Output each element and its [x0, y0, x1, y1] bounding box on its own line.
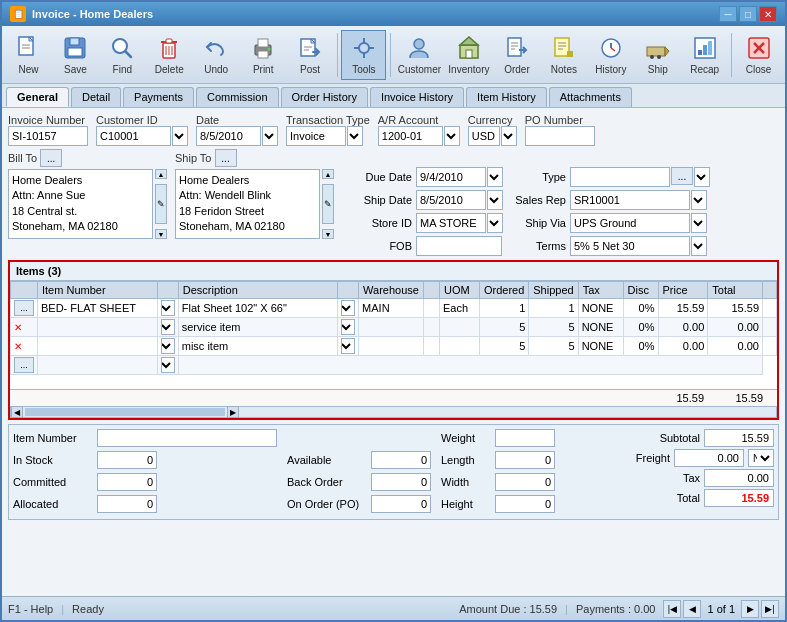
type-input[interactable]	[570, 167, 670, 187]
row1-dots[interactable]: ...	[14, 300, 34, 316]
delete-button[interactable]: Delete	[147, 30, 192, 80]
row3-desc-dd[interactable]: ▼	[341, 338, 355, 354]
invoice-number-input[interactable]	[8, 126, 88, 146]
date-input[interactable]	[196, 126, 261, 146]
customer-button[interactable]: Customer	[395, 30, 443, 80]
close-toolbar-button[interactable]: Close	[736, 30, 781, 80]
bill-to-scroll-down[interactable]: ▼	[155, 229, 167, 239]
nav-last[interactable]: ▶|	[761, 600, 779, 618]
customer-id-select[interactable]: ▼	[172, 126, 188, 146]
transaction-type-select[interactable]: ▼	[347, 126, 363, 146]
recap-button[interactable]: Recap	[682, 30, 727, 80]
allocated-input[interactable]	[97, 495, 157, 513]
tab-detail[interactable]: Detail	[71, 87, 121, 107]
due-date-select[interactable]: ▼	[487, 167, 503, 187]
row1-item-dd[interactable]: ▼	[161, 300, 175, 316]
transaction-type-input[interactable]	[286, 126, 346, 146]
row2-desc-dd[interactable]: ▼	[341, 319, 355, 335]
currency-input[interactable]	[468, 126, 500, 146]
tools-button[interactable]: Tools	[341, 30, 386, 80]
inventory-button[interactable]: Inventory	[445, 30, 492, 80]
width-input[interactable]	[495, 473, 555, 491]
store-id-select[interactable]: ▼	[487, 213, 503, 233]
ship-via-input[interactable]	[570, 213, 690, 233]
type-btn[interactable]: ...	[671, 167, 693, 185]
ar-account-select[interactable]: ▼	[444, 126, 460, 146]
sales-rep-input[interactable]	[570, 190, 690, 210]
tab-general[interactable]: General	[6, 87, 69, 107]
height-input[interactable]	[495, 495, 555, 513]
tab-commission[interactable]: Commission	[196, 87, 279, 107]
save-button[interactable]: Save	[53, 30, 98, 80]
type-select[interactable]: ▼	[694, 167, 710, 187]
bill-to-scroll-up[interactable]: ▲	[155, 169, 167, 179]
subtotal-label: Subtotal	[640, 432, 700, 444]
customer-id-input[interactable]	[96, 126, 171, 146]
freight-value[interactable]	[674, 449, 744, 467]
sales-rep-select[interactable]: ▼	[691, 190, 707, 210]
tab-payments[interactable]: Payments	[123, 87, 194, 107]
print-button[interactable]: Print	[241, 30, 286, 80]
row3-x[interactable]: ✕	[14, 341, 22, 352]
terms-input[interactable]	[570, 236, 690, 256]
bottom-item-number[interactable]	[97, 429, 277, 447]
ship-date-input[interactable]	[416, 190, 486, 210]
ship-to-btn[interactable]: ...	[215, 149, 237, 167]
row2-x[interactable]: ✕	[14, 322, 22, 333]
scroll-left-btn[interactable]: ◀	[11, 406, 23, 418]
undo-button[interactable]: Undo	[194, 30, 239, 80]
minimize-button[interactable]: ─	[719, 6, 737, 22]
new-row-dd[interactable]: ▼	[161, 357, 175, 373]
post-button[interactable]: Post	[288, 30, 333, 80]
new-row-btn[interactable]: ...	[14, 357, 34, 373]
bill-to-edit[interactable]: ✎	[155, 184, 167, 224]
due-date-input[interactable]	[416, 167, 486, 187]
committed-input[interactable]	[97, 473, 157, 491]
freight-code-select[interactable]: N	[748, 449, 774, 467]
row1-desc-dd[interactable]: ▼	[341, 300, 355, 316]
ship-to-scroll-up[interactable]: ▲	[322, 169, 334, 179]
po-number-input[interactable]	[525, 126, 595, 146]
items-totals: 15.59 15.59	[10, 389, 777, 406]
ship-to-edit[interactable]: ✎	[322, 184, 334, 224]
nav-next[interactable]: ▶	[741, 600, 759, 618]
tab-attachments[interactable]: Attachments	[549, 87, 632, 107]
close-button[interactable]: ✕	[759, 6, 777, 22]
scroll-thumb[interactable]	[25, 408, 225, 416]
on-order-input[interactable]	[371, 495, 431, 513]
available-input[interactable]	[371, 451, 431, 469]
back-order-input[interactable]	[371, 473, 431, 491]
history-button[interactable]: History	[588, 30, 633, 80]
date-select[interactable]: ▼	[262, 126, 278, 146]
fob-input[interactable]	[416, 236, 502, 256]
ship-button[interactable]: Ship	[635, 30, 680, 80]
currency-select[interactable]: ▼	[501, 126, 517, 146]
row2-item-dd[interactable]: ▼	[161, 319, 175, 335]
scroll-right-btn[interactable]: ▶	[227, 406, 239, 418]
tab-order-history[interactable]: Order History	[281, 87, 368, 107]
new-button[interactable]: New	[6, 30, 51, 80]
in-stock-input[interactable]	[97, 451, 157, 469]
row3-item-dd[interactable]: ▼	[161, 338, 175, 354]
ship-to-scroll-down[interactable]: ▼	[322, 229, 334, 239]
bill-to-btn[interactable]: ...	[40, 149, 62, 167]
store-id-input[interactable]	[416, 213, 486, 233]
tax-value[interactable]	[704, 469, 774, 487]
order-button[interactable]: Order	[494, 30, 539, 80]
ar-account-input[interactable]	[378, 126, 443, 146]
find-button[interactable]: Find	[100, 30, 145, 80]
total-value[interactable]	[704, 489, 774, 507]
ship-via-select[interactable]: ▼	[691, 213, 707, 233]
tab-item-history[interactable]: Item History	[466, 87, 547, 107]
maximize-button[interactable]: □	[739, 6, 757, 22]
ship-date-select[interactable]: ▼	[487, 190, 503, 210]
nav-first[interactable]: |◀	[663, 600, 681, 618]
terms-select[interactable]: ▼	[691, 236, 707, 256]
nav-prev[interactable]: ◀	[683, 600, 701, 618]
notes-button[interactable]: Notes	[541, 30, 586, 80]
weight-input[interactable]	[495, 429, 555, 447]
subtotal-value[interactable]	[704, 429, 774, 447]
items-scrollbar-h[interactable]: ◀ ▶	[10, 406, 777, 418]
length-input[interactable]	[495, 451, 555, 469]
tab-invoice-history[interactable]: Invoice History	[370, 87, 464, 107]
